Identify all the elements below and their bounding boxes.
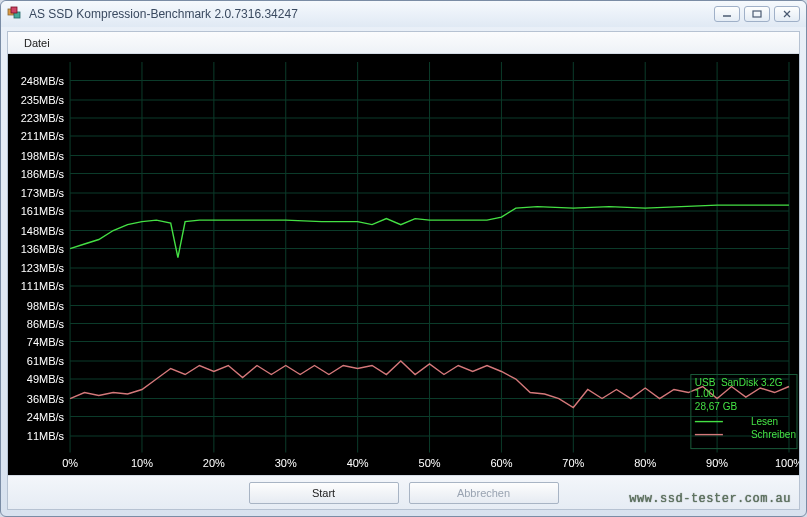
svg-text:100%: 100% bbox=[775, 457, 799, 469]
svg-text:70%: 70% bbox=[562, 457, 584, 469]
svg-text:24MB/s: 24MB/s bbox=[27, 411, 65, 423]
svg-text:USB: USB bbox=[695, 377, 716, 388]
svg-text:Lesen: Lesen bbox=[751, 416, 778, 427]
svg-text:61MB/s: 61MB/s bbox=[27, 356, 65, 368]
svg-text:80%: 80% bbox=[634, 457, 656, 469]
svg-text:148MB/s: 148MB/s bbox=[21, 225, 65, 237]
svg-rect-2 bbox=[11, 7, 17, 13]
svg-text:198MB/s: 198MB/s bbox=[21, 150, 65, 162]
svg-text:211MB/s: 211MB/s bbox=[21, 131, 65, 143]
maximize-icon bbox=[752, 10, 762, 18]
abort-button: Abbrechen bbox=[409, 482, 559, 504]
app-window: AS SSD Kompression-Benchmark 2.0.7316.34… bbox=[0, 0, 807, 517]
svg-text:28,67 GB: 28,67 GB bbox=[695, 401, 738, 412]
svg-text:136MB/s: 136MB/s bbox=[21, 243, 65, 255]
svg-text:36MB/s: 36MB/s bbox=[27, 393, 65, 405]
titlebar: AS SSD Kompression-Benchmark 2.0.7316.34… bbox=[1, 1, 806, 27]
svg-text:11MB/s: 11MB/s bbox=[27, 430, 65, 442]
svg-text:Schreiben: Schreiben bbox=[751, 429, 796, 440]
svg-text:235MB/s: 235MB/s bbox=[21, 95, 65, 107]
minimize-icon bbox=[722, 10, 732, 18]
window-controls bbox=[714, 6, 800, 22]
app-icon bbox=[7, 6, 23, 22]
svg-text:1.00: 1.00 bbox=[695, 388, 715, 399]
svg-text:74MB/s: 74MB/s bbox=[27, 336, 65, 348]
start-button[interactable]: Start bbox=[249, 482, 399, 504]
svg-text:123MB/s: 123MB/s bbox=[21, 263, 65, 275]
svg-text:223MB/s: 223MB/s bbox=[21, 113, 65, 125]
menu-file[interactable]: Datei bbox=[16, 35, 58, 51]
svg-text:161MB/s: 161MB/s bbox=[21, 206, 65, 218]
menubar: Datei bbox=[8, 32, 799, 54]
svg-text:111MB/s: 111MB/s bbox=[21, 281, 65, 293]
close-button[interactable] bbox=[774, 6, 800, 22]
window-title: AS SSD Kompression-Benchmark 2.0.7316.34… bbox=[29, 7, 714, 21]
svg-text:90%: 90% bbox=[706, 457, 728, 469]
minimize-button[interactable] bbox=[714, 6, 740, 22]
svg-text:SanDisk 3.2G: SanDisk 3.2G bbox=[721, 377, 783, 388]
close-icon bbox=[782, 10, 792, 18]
svg-text:248MB/s: 248MB/s bbox=[21, 75, 65, 87]
svg-text:0%: 0% bbox=[62, 457, 78, 469]
svg-text:60%: 60% bbox=[490, 457, 512, 469]
svg-text:98MB/s: 98MB/s bbox=[27, 300, 65, 312]
svg-text:10%: 10% bbox=[131, 457, 153, 469]
svg-text:186MB/s: 186MB/s bbox=[21, 168, 65, 180]
client-area: Datei 11MB/s24MB/s36MB/s49MB/s61MB/s74MB… bbox=[7, 31, 800, 510]
watermark-text: www.ssd-tester.com.au bbox=[629, 492, 791, 506]
svg-text:173MB/s: 173MB/s bbox=[21, 188, 65, 200]
svg-text:20%: 20% bbox=[203, 457, 225, 469]
svg-text:40%: 40% bbox=[347, 457, 369, 469]
bottom-bar: Start Abbrechen www.ssd-tester.com.au bbox=[8, 475, 799, 509]
svg-rect-4 bbox=[753, 11, 761, 17]
svg-text:49MB/s: 49MB/s bbox=[27, 373, 65, 385]
svg-text:50%: 50% bbox=[419, 457, 441, 469]
svg-text:30%: 30% bbox=[275, 457, 297, 469]
svg-text:86MB/s: 86MB/s bbox=[27, 318, 65, 330]
compression-chart: 11MB/s24MB/s36MB/s49MB/s61MB/s74MB/s86MB… bbox=[8, 54, 799, 475]
svg-rect-7 bbox=[8, 54, 799, 475]
maximize-button[interactable] bbox=[744, 6, 770, 22]
chart-area: 11MB/s24MB/s36MB/s49MB/s61MB/s74MB/s86MB… bbox=[8, 54, 799, 475]
